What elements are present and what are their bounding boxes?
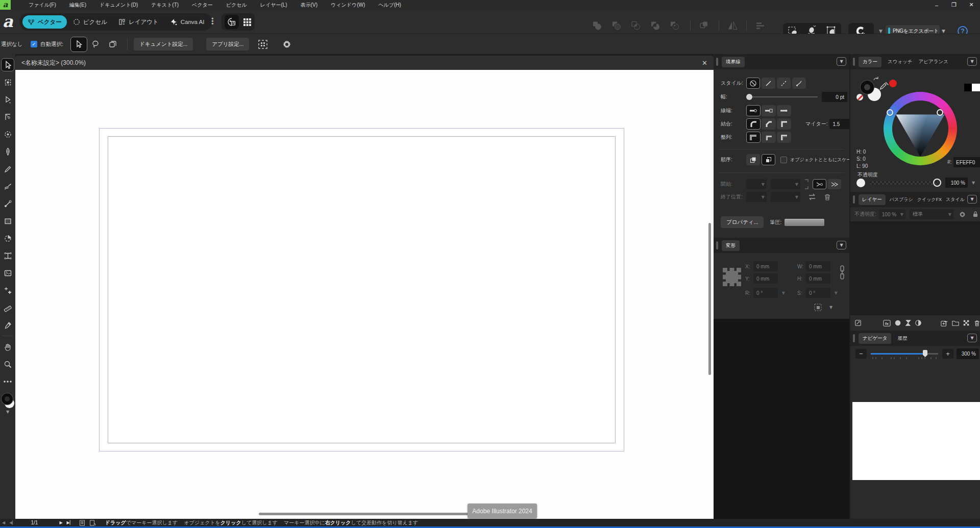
rect-select-mode-button[interactable] (104, 37, 121, 52)
add-layer-icon[interactable] (941, 319, 948, 327)
auto-select-checkbox[interactable]: ✓ (31, 41, 37, 47)
last-page-icon[interactable]: ▶▏ (67, 520, 73, 525)
cap-round-button[interactable] (777, 105, 791, 116)
align-center-button[interactable] (746, 132, 761, 143)
order-front-button[interactable] (762, 154, 775, 165)
zoom-in-button[interactable]: + (942, 349, 953, 359)
page-curl-icon[interactable] (89, 520, 96, 526)
persona-layout[interactable]: レイアウト (113, 15, 164, 29)
history-panel-tab[interactable]: 履歴 (897, 335, 907, 342)
group-folder-icon[interactable] (952, 319, 959, 326)
menu-item-edit[interactable]: 編集(E) (69, 2, 86, 9)
vertical-scrollbar[interactable] (708, 223, 711, 375)
alignment-icon[interactable] (754, 20, 766, 32)
menu-item-view[interactable]: 表示(V) (301, 2, 317, 9)
no-color-well[interactable] (856, 94, 863, 100)
panel-drag-handle[interactable] (853, 195, 855, 204)
view-hand-tool[interactable] (1, 340, 14, 354)
hue-handle-right[interactable] (937, 109, 943, 116)
rotation-input[interactable]: 0 °▼ (753, 288, 778, 298)
w-input[interactable]: 0 mm (806, 261, 830, 271)
artboard-page[interactable] (99, 128, 624, 451)
apps-grid-icon[interactable] (243, 18, 252, 27)
stroke-style-dash-button[interactable] (777, 78, 791, 89)
menu-item-file[interactable]: ファイル(F) (29, 2, 56, 9)
layers-panel-tab[interactable]: レイヤー (859, 194, 886, 205)
delete-layer-icon[interactable] (974, 319, 980, 327)
shape-tool[interactable] (1, 232, 14, 245)
zoom-slider-thumb[interactable] (923, 350, 927, 357)
navigator-panel-collapse-button[interactable]: ▼ (967, 334, 977, 342)
opacity-slider[interactable] (870, 181, 938, 185)
stroke-width-input[interactable]: 0 pt (822, 92, 847, 102)
lock-icon[interactable] (972, 211, 978, 218)
node-tool[interactable] (1, 93, 14, 106)
panel-drag-handle[interactable] (716, 58, 718, 66)
transparency-icon[interactable] (963, 319, 970, 327)
minimize-button[interactable]: – (928, 0, 945, 10)
pencil-tool[interactable] (1, 162, 14, 175)
transform-panel-collapse-button[interactable]: ▼ (837, 241, 846, 249)
y-input[interactable]: 0 mm (753, 273, 778, 284)
more-tools-button[interactable] (1, 375, 14, 388)
edit-mask-icon[interactable] (854, 319, 862, 327)
lasso-mode-button[interactable] (87, 37, 104, 52)
live-filter-icon[interactable] (915, 319, 922, 327)
zoom-out-button[interactable]: − (855, 349, 867, 359)
tab-close-icon[interactable]: ✕ (702, 59, 707, 67)
canvas-viewport[interactable]: Adobe Illustrator 2024 (15, 70, 714, 519)
rectangle-tool[interactable] (1, 214, 14, 228)
pages-list-icon[interactable] (79, 520, 85, 526)
h-input[interactable]: 0 mm (806, 273, 830, 284)
stroke-width-slider-thumb[interactable] (746, 94, 752, 100)
transform-tool[interactable] (1, 76, 14, 89)
selection-brush-tool[interactable] (1, 128, 14, 141)
zoom-value-input[interactable]: 300 % (957, 348, 979, 359)
next-page-icon[interactable]: ▶ (59, 520, 62, 525)
frame-text-tool[interactable] (1, 249, 14, 262)
menu-item-help[interactable]: ヘルプ(H) (378, 2, 401, 9)
color-picker-eyedropper-icon[interactable] (879, 81, 890, 92)
fx-icon[interactable]: fx (883, 319, 891, 327)
align-outside-button[interactable] (777, 132, 791, 143)
export-chevron-icon[interactable]: ▼ (942, 29, 945, 34)
flip-icon[interactable] (727, 20, 739, 32)
picked-color-swatch[interactable] (889, 80, 897, 87)
stroke-properties-button[interactable]: プロパティ... (721, 216, 764, 228)
styles-panel-tab[interactable]: スタイル (946, 196, 965, 203)
stroke-color-well[interactable] (861, 81, 874, 94)
color-well-chevron-icon[interactable]: ▼ (6, 410, 9, 414)
shear-input[interactable]: 0 °▼ (806, 288, 830, 298)
opacity-input[interactable]: 100 % (945, 178, 968, 188)
maximize-button[interactable]: ❐ (945, 0, 963, 10)
menu-item-text[interactable]: テキスト(T) (151, 2, 179, 9)
menu-item-layer[interactable]: レイヤー(L) (260, 2, 287, 9)
swatches-panel-tab[interactable]: スウォッチ (888, 59, 913, 65)
horizontal-scrollbar[interactable] (259, 513, 482, 515)
stroke-color-well[interactable] (2, 393, 13, 405)
close-button[interactable]: ✕ (963, 0, 980, 10)
stroke-style-solid-button[interactable] (762, 78, 775, 89)
corner-tool[interactable] (1, 110, 14, 123)
align-inside-button[interactable] (762, 132, 776, 143)
cap-square-button[interactable] (762, 105, 776, 116)
panel-drag-handle[interactable] (716, 241, 718, 249)
settings-gear-icon[interactable] (282, 39, 292, 49)
prev-page-icon[interactable]: ◀▏ (9, 520, 15, 525)
join-miter-button[interactable] (777, 118, 791, 130)
anchor-selector[interactable] (722, 267, 742, 287)
boolean-add-icon[interactable] (591, 20, 603, 32)
arrow-start-style-select[interactable]: ▼ (746, 179, 767, 189)
image-tool[interactable] (1, 266, 14, 280)
trash-icon[interactable] (824, 193, 831, 201)
navigator-preview-page[interactable] (852, 402, 980, 480)
ruler-tool[interactable] (1, 301, 14, 314)
hsl-color-wheel[interactable] (884, 92, 957, 165)
join-round-button[interactable] (746, 118, 761, 130)
path-brush-panel-tab[interactable]: パスブラシ (890, 196, 913, 203)
arrow-start-size-select[interactable]: ▼ (771, 179, 800, 189)
stroke-style-brush-button[interactable] (792, 78, 806, 89)
transform-panel-tab[interactable]: 変形 (722, 240, 740, 251)
pressure-profile-box[interactable] (785, 219, 824, 226)
cap-butt-button[interactable] (746, 105, 761, 116)
